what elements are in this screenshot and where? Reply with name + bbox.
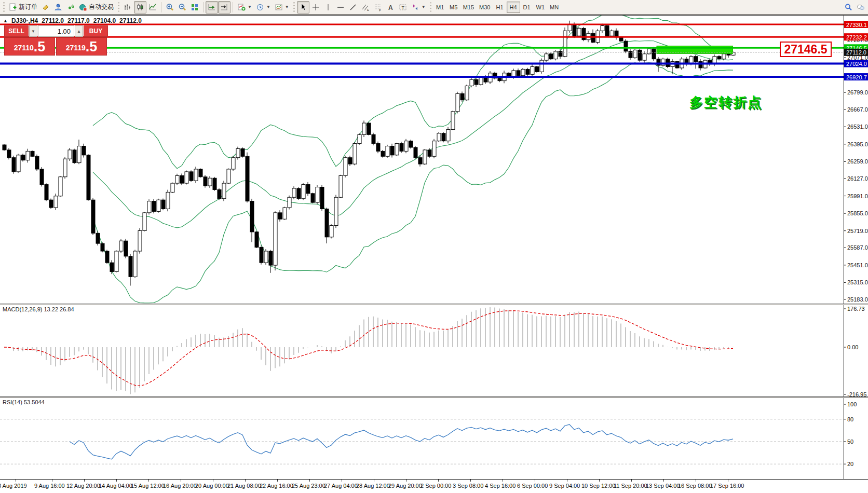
chart-shift-button[interactable]	[218, 1, 230, 13]
time-axis-label: 9 Aug 16:00	[34, 483, 65, 489]
rsi-value: 53.5044	[24, 399, 45, 405]
zoom-in-button[interactable]	[164, 1, 176, 13]
autoscroll-icon	[208, 3, 216, 11]
svg-text:27330.1: 27330.1	[846, 22, 867, 28]
timeframe-m5-button[interactable]: M5	[447, 2, 460, 13]
time-axis-label: 27 Aug 04:00	[324, 483, 358, 489]
indicators-icon	[237, 3, 246, 11]
time-axis-label: 4 Sep 16:00	[485, 483, 516, 489]
eraser-button[interactable]	[39, 1, 52, 13]
timeframe-m30-button[interactable]: M30	[477, 2, 493, 13]
price-level-text-object[interactable]: 27146.5	[780, 42, 832, 57]
sell-price-main: 27110	[14, 43, 34, 54]
profile-icon	[54, 3, 62, 11]
time-axis-label: 29 Aug 20:00	[388, 483, 422, 489]
timeframe-h4-button[interactable]: H4	[507, 2, 520, 13]
svg-text:27232.2: 27232.2	[846, 34, 867, 40]
time-axis-tick	[663, 480, 664, 482]
time-axis-label: 2 Sep 00:00	[421, 483, 451, 489]
high-value: 27117.0	[67, 17, 90, 24]
time-axis-tick	[52, 480, 52, 482]
separator	[203, 2, 204, 12]
timeframe-w1-button[interactable]: W1	[534, 2, 548, 13]
time-axis-tick	[245, 480, 246, 482]
linechart-icon	[148, 3, 157, 11]
text-button[interactable]: A	[384, 1, 397, 13]
svg-text:26667.0: 26667.0	[847, 106, 868, 113]
timeframe-m1-button[interactable]: M1	[433, 2, 447, 13]
line-chart-button[interactable]	[146, 1, 159, 13]
broadcast-button[interactable]	[64, 1, 77, 13]
cursor-icon	[299, 3, 307, 11]
time-axis-label: 16 Aug 20:00	[163, 483, 197, 489]
buy-button[interactable]: BUY	[84, 25, 108, 37]
timeframe-d1-button[interactable]: D1	[520, 2, 534, 13]
candlestick-chart[interactable]: 27207.027071.026799.026667.026531.026395…	[0, 16, 868, 304]
time-axis-label: 11 Sep 20:00	[614, 483, 647, 489]
cursor-button[interactable]	[297, 1, 309, 13]
zoom-out-button[interactable]	[176, 1, 188, 13]
templates-button[interactable]: ▼	[273, 1, 291, 13]
candles-icon	[136, 3, 144, 11]
separator	[161, 2, 161, 12]
time-axis-label: 14 Aug 04:00	[99, 483, 132, 489]
tile-windows-button[interactable]	[188, 1, 201, 13]
timeframe-m15-button[interactable]: M15	[460, 2, 477, 13]
sell-price-button[interactable]: 27110.5	[4, 37, 55, 56]
time-axis-tick	[374, 480, 374, 482]
chinese-annotation-text[interactable]: 多空转折点	[689, 93, 762, 112]
time-axis-tick	[213, 480, 213, 482]
svg-text:0.00: 0.00	[847, 344, 858, 350]
arrows-button[interactable]: ▼	[409, 1, 428, 13]
indicators-button[interactable]: ▼	[235, 1, 254, 13]
trendline-button[interactable]	[347, 1, 359, 13]
toolbar-grip	[430, 2, 431, 12]
horizontal-line-button[interactable]	[334, 1, 347, 13]
doc-plus-icon	[9, 3, 17, 11]
macd-chart[interactable]: 176.730.00-216.95	[0, 305, 868, 396]
timeframe-mn-button[interactable]: MN	[547, 2, 561, 13]
chart-ohlc-header: ▲ DJ30-,H4 27112.0 27117.0 27104.0 27112…	[3, 17, 142, 24]
community-button[interactable]	[855, 1, 867, 13]
symbol-period-label: DJ30-,H4	[11, 17, 38, 24]
equidistant-channel-button[interactable]: E	[359, 1, 372, 13]
sell-button[interactable]: SELL	[4, 25, 29, 37]
svg-text:50: 50	[847, 439, 853, 445]
svg-text:25719.0: 25719.0	[847, 228, 868, 234]
profile-button[interactable]	[52, 1, 64, 13]
volume-input[interactable]	[38, 25, 74, 37]
time-axis-label: 3 Sep 08:00	[453, 483, 483, 489]
time-axis-tick	[277, 480, 278, 482]
text-label-button[interactable]: T	[397, 1, 409, 13]
time-axis-tick	[342, 480, 342, 482]
main-chart-panel: ▲ DJ30-,H4 27112.0 27117.0 27104.0 27112…	[0, 16, 868, 304]
auto-trading-button[interactable]: 自动交易	[77, 1, 116, 13]
auto-scroll-button[interactable]	[206, 1, 218, 13]
collapse-arrow-icon[interactable]: ▲	[3, 18, 8, 23]
time-axis-label: 6 Sep 00:00	[517, 483, 548, 489]
buy-price-button[interactable]: 27119.5	[56, 37, 107, 56]
vertical-line-button[interactable]	[322, 1, 334, 13]
crosshair-button[interactable]	[309, 1, 322, 13]
volume-decrease-button[interactable]: ▼	[29, 25, 37, 37]
time-axis[interactable]: 8 Aug 20199 Aug 16:0012 Aug 20:0014 Aug …	[0, 479, 868, 493]
time-axis-label: 9 Sep 04:00	[549, 483, 580, 489]
time-axis-tick	[535, 480, 535, 482]
svg-text:26395.0: 26395.0	[847, 141, 868, 147]
rsi-chart[interactable]: 100805020	[0, 398, 868, 479]
periods-button[interactable]: ▼	[254, 1, 273, 13]
time-axis-label: 13 Sep 04:00	[646, 483, 680, 489]
volume-increase-button[interactable]: ▲	[75, 25, 83, 37]
new-order-button[interactable]: 新订单	[7, 1, 39, 13]
toolbar-grip	[293, 2, 295, 12]
candlestick-chart-button[interactable]	[134, 1, 146, 13]
channel-icon: E	[361, 3, 370, 11]
time-axis-tick	[84, 480, 85, 482]
bars-icon	[124, 3, 132, 11]
search-button[interactable]	[842, 1, 855, 13]
svg-text:-216.95: -216.95	[847, 391, 866, 396]
timeframe-h1-button[interactable]: H1	[493, 2, 507, 13]
bar-chart-button[interactable]	[121, 1, 134, 13]
svg-text:20: 20	[847, 461, 853, 467]
fibonacci-button[interactable]: F	[372, 1, 384, 13]
